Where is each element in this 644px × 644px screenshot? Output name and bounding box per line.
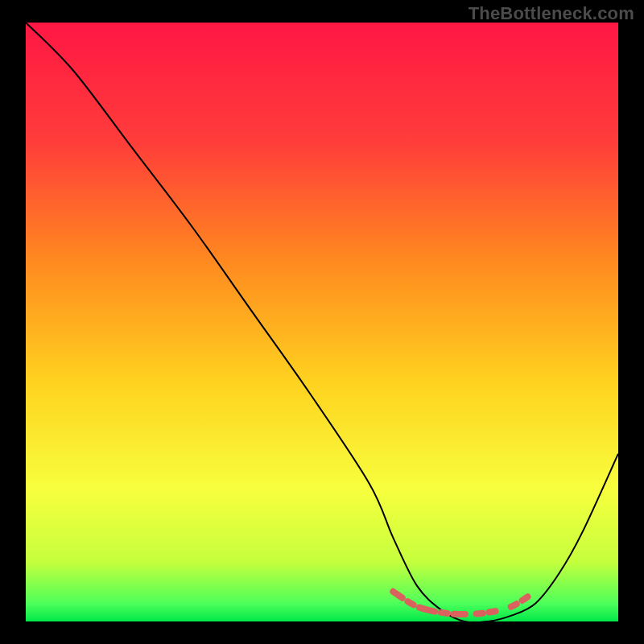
gradient-background	[26, 23, 618, 621]
watermark-label: TheBottleneck.com	[469, 3, 634, 24]
plot-svg	[26, 23, 618, 621]
chart-frame: TheBottleneck.com	[0, 0, 644, 644]
bottleneck-plot	[26, 23, 618, 621]
